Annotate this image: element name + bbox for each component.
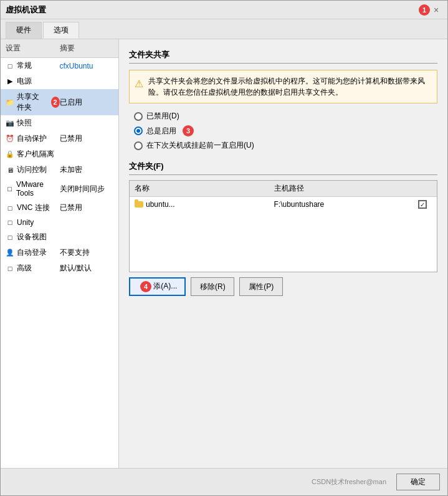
isolation-label: 客户机隔离: [17, 149, 54, 160]
tab-bar: 硬件 选项: [1, 19, 447, 39]
folder-table-header: 名称 主机路径: [130, 181, 437, 197]
settings-row-autosave[interactable]: ⏰ 自动保护 已禁用: [1, 131, 118, 146]
unity-icon: □: [6, 219, 14, 226]
power-icon: ▶: [6, 77, 14, 85]
radio-group-sharing: 已禁用(D) 总是启用 3 在下次关机或挂起前一直启用(U): [129, 111, 437, 151]
autologin-summary: 不要支持: [60, 247, 114, 258]
isolation-icon: 🔒: [6, 150, 14, 158]
file-sharing-title: 文件夹共享: [129, 49, 437, 64]
advanced-summary: 默认/默认: [60, 263, 114, 274]
window-title: 虚拟机设置: [6, 4, 416, 16]
warning-icon: ⚠: [135, 77, 143, 98]
general-icon: □: [6, 62, 14, 70]
power-label: 电源: [17, 76, 32, 87]
close-button[interactable]: ×: [430, 4, 442, 16]
settings-row-unity[interactable]: □ Unity: [1, 216, 118, 229]
settings-row-isolation[interactable]: 🔒 客户机隔离: [1, 146, 118, 162]
col-check-header: [413, 183, 432, 194]
folder-table-body: ubuntu... F:\ubuntushare: [130, 197, 437, 272]
bottom-bar: CSDN技术fresher@man 确定: [1, 468, 447, 495]
device-view-label: 设备视图: [17, 232, 47, 242]
folder-table: 名称 主机路径 ubuntu... F:\ubuntushare: [129, 180, 437, 272]
col-settings: 设置: [6, 43, 60, 54]
warning-text: 共享文件夹会将您的文件显示给虚拟机中的程序。这可能为您的计算机和数据带来风险。请…: [148, 75, 432, 98]
vnc-summary: 已禁用: [60, 203, 114, 213]
autologin-icon: 👤: [6, 249, 14, 257]
access-control-label: 访问控制: [17, 165, 47, 175]
vnc-label: VNC 连接: [17, 203, 50, 213]
radio-always-enabled-circle: [134, 126, 143, 135]
device-view-icon: □: [6, 234, 14, 241]
vmware-tools-icon: □: [6, 185, 14, 193]
shared-folder-icon: 📁: [6, 98, 14, 107]
radio-until-shutdown-circle: [134, 141, 143, 150]
shared-folder-summary: 已启用: [60, 97, 114, 108]
radio-disabled-circle: [134, 112, 143, 121]
right-panel: 文件夹共享 ⚠ 共享文件夹会将您的文件显示给虚拟机中的程序。这可能为您的计算机和…: [119, 39, 447, 468]
folder-button-row: 4 添(A)... 移除(R) 属性(P): [129, 277, 437, 296]
confirm-button[interactable]: 确定: [396, 474, 440, 490]
snapshot-icon: 📷: [6, 119, 14, 127]
general-summary: cfxUbuntu: [60, 62, 114, 70]
settings-row-access-control[interactable]: 🖥 访问控制 未加密: [1, 162, 118, 178]
radio-until-shutdown[interactable]: 在下次关机或挂起前一直启用(U): [134, 140, 437, 151]
advanced-icon: □: [6, 265, 14, 272]
main-content: 设置 摘要 □ 常规 cfxUbuntu ▶ 电源: [1, 39, 447, 468]
tab-options[interactable]: 选项: [43, 22, 79, 39]
settings-row-autologin[interactable]: 👤 自动登录 不要支持: [1, 245, 118, 260]
autosave-icon: ⏰: [6, 135, 14, 143]
settings-row-vmware-tools[interactable]: □ VMware Tools 关闭时间同步: [1, 178, 118, 200]
autologin-label: 自动登录: [17, 247, 47, 258]
properties-button[interactable]: 属性(P): [239, 277, 283, 296]
settings-row-vnc[interactable]: □ VNC 连接 已禁用: [1, 200, 118, 216]
access-control-icon: 🖥: [6, 166, 14, 174]
settings-row-advanced[interactable]: □ 高级 默认/默认: [1, 260, 118, 276]
folder-checkbox-cell: [413, 200, 432, 209]
tab-hardware[interactable]: 硬件: [6, 22, 42, 39]
left-panel: 设置 摘要 □ 常规 cfxUbuntu ▶ 电源: [1, 39, 119, 468]
vmware-tools-summary: 关闭时间同步: [60, 184, 114, 194]
badge-4: 4: [140, 281, 151, 292]
warning-box: ⚠ 共享文件夹会将您的文件显示给虚拟机中的程序。这可能为您的计算机和数据带来风险…: [129, 70, 437, 103]
left-header: 设置 摘要: [1, 39, 118, 58]
col-summary: 摘要: [60, 43, 114, 54]
badge-3: 3: [183, 125, 194, 136]
settings-row-power[interactable]: ▶ 电源: [1, 74, 118, 89]
main-window: 虚拟机设置 1 × 硬件 选项 设置 摘要 □ 常规 cfxUbuntu: [0, 0, 448, 496]
radio-always-enabled[interactable]: 总是启用 3: [134, 125, 437, 136]
folder-checkbox[interactable]: [418, 200, 427, 209]
col-path-header: 主机路径: [274, 183, 414, 194]
remove-button[interactable]: 移除(R): [191, 277, 234, 296]
radio-until-shutdown-label: 在下次关机或挂起前一直启用(U): [146, 140, 254, 151]
vnc-icon: □: [6, 204, 14, 212]
settings-row-device-view[interactable]: □ 设备视图: [1, 229, 118, 245]
col-name-header: 名称: [135, 183, 274, 194]
badge-1: 1: [419, 4, 430, 16]
table-row[interactable]: ubuntu... F:\ubuntushare: [130, 197, 437, 212]
folder-name: ubuntu...: [146, 200, 175, 209]
access-control-summary: 未加密: [60, 165, 114, 175]
advanced-label: 高级: [17, 263, 32, 274]
radio-always-enabled-label: 总是启用: [146, 126, 176, 136]
unity-label: Unity: [17, 218, 34, 227]
folder-path: F:\ubuntushare: [274, 200, 414, 209]
title-bar: 虚拟机设置 1 ×: [1, 1, 447, 19]
autosave-label: 自动保护: [17, 133, 47, 144]
folder-section-title: 文件夹(F): [129, 161, 437, 175]
radio-disabled[interactable]: 已禁用(D): [134, 111, 437, 122]
snapshot-label: 快照: [17, 118, 32, 128]
general-label: 常规: [17, 60, 32, 71]
shared-folder-label: 共享文件夹: [17, 92, 46, 113]
settings-row-general[interactable]: □ 常规 cfxUbuntu: [1, 58, 118, 74]
radio-disabled-label: 已禁用(D): [146, 111, 179, 122]
vmware-tools-label: VMware Tools: [16, 180, 60, 198]
add-button[interactable]: 4 添(A)...: [129, 277, 186, 296]
settings-row-snapshot[interactable]: 📷 快照: [1, 115, 118, 131]
autosave-summary: 已禁用: [60, 133, 114, 144]
badge-2: 2: [51, 97, 60, 108]
folder-row-icon: [135, 201, 143, 207]
settings-row-shared-folders[interactable]: 📁 共享文件夹 2 已启用: [1, 89, 118, 115]
watermark: CSDN技术fresher@man: [8, 477, 386, 487]
